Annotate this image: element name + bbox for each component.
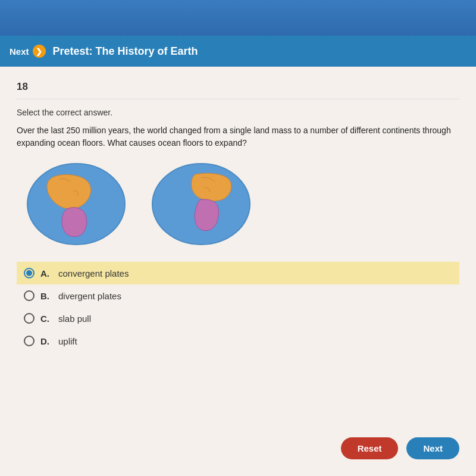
- radio-c: [24, 313, 35, 324]
- question-number: 18: [17, 81, 459, 99]
- globe-2: [148, 161, 255, 248]
- question-instruction: Select the correct answer.: [17, 108, 459, 117]
- radio-d: [24, 336, 35, 346]
- globe-1: [23, 161, 130, 248]
- bottom-buttons: Reset Next: [341, 437, 459, 459]
- answer-option-b[interactable]: B. divergent plates: [17, 284, 459, 307]
- option-text-b: divergent plates: [58, 291, 121, 301]
- next-arrow-icon: ❯: [33, 45, 46, 58]
- header-title: Pretest: The History of Earth: [53, 45, 198, 58]
- app-header: Next ❯ Pretest: The History of Earth: [0, 36, 476, 67]
- option-letter-b: B.: [40, 291, 52, 301]
- reset-button[interactable]: Reset: [341, 437, 399, 459]
- radio-b: [24, 290, 35, 301]
- radio-a: [24, 268, 35, 278]
- header-next-button[interactable]: Next ❯: [10, 45, 46, 58]
- option-letter-d: D.: [40, 336, 52, 346]
- option-text-d: uplift: [58, 336, 77, 346]
- option-letter-a: A.: [40, 268, 52, 278]
- option-text-a: convergent plates: [58, 268, 129, 278]
- option-text-c: slab pull: [58, 314, 91, 324]
- answer-option-d[interactable]: D. uplift: [17, 330, 459, 352]
- header-next-label: Next: [10, 46, 29, 57]
- browser-chrome: [0, 0, 476, 36]
- radio-inner-a: [26, 270, 32, 276]
- option-letter-c: C.: [40, 314, 52, 324]
- answer-choices: A. convergent plates B. divergent plates…: [17, 262, 459, 352]
- next-button[interactable]: Next: [406, 437, 459, 459]
- question-text: Over the last 250 million years, the wor…: [17, 124, 459, 149]
- globes-container: [17, 161, 459, 248]
- content-area: 18 Select the correct answer. Over the l…: [0, 67, 476, 476]
- answer-option-c[interactable]: C. slab pull: [17, 307, 459, 330]
- answer-option-a[interactable]: A. convergent plates: [17, 262, 459, 284]
